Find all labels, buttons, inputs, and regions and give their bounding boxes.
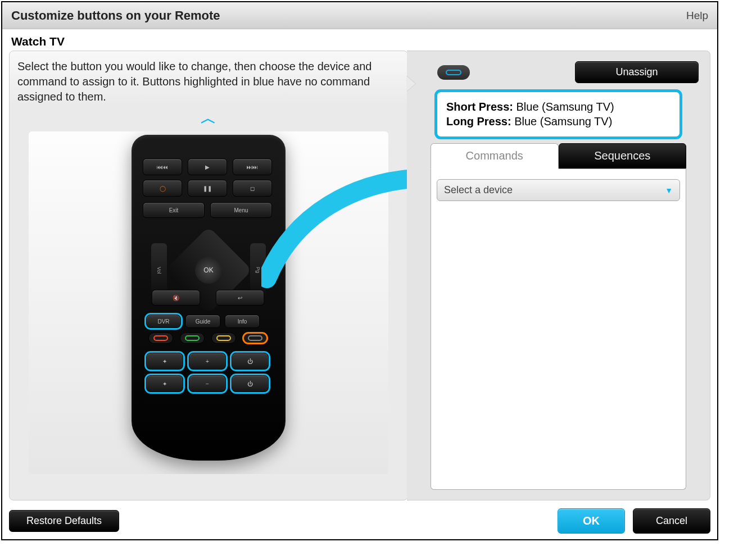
menu-button[interactable]: Menu — [210, 202, 272, 218]
mute-button[interactable]: 🔇 — [152, 290, 200, 306]
red-button[interactable] — [148, 333, 173, 344]
remote-body: ⏮⏮ ▶ ⏭⏭ ◯ ❚❚ ◻ Exit Menu Vol OK Pg — [132, 135, 286, 461]
remote-canvas: ⏮⏮ ▶ ⏭⏭ ◯ ❚❚ ◻ Exit Menu Vol OK Pg — [29, 131, 388, 474]
pause-button[interactable]: ❚❚ — [188, 180, 227, 197]
short-press-label: Short Press: — [446, 101, 513, 113]
exit-button[interactable]: Exit — [143, 202, 205, 218]
scroll-up-icon[interactable]: ︿ — [17, 108, 400, 129]
light-2-button[interactable]: ✦ — [146, 375, 183, 392]
ok-button-footer[interactable]: OK — [558, 508, 625, 534]
selected-button-preview — [437, 65, 470, 80]
footer: Restore Defaults OK Cancel — [2, 500, 717, 539]
vol-rocker[interactable]: Vol — [151, 243, 167, 297]
minus-button[interactable]: − — [189, 375, 226, 392]
yellow-button[interactable] — [211, 333, 236, 344]
restore-defaults-button[interactable]: Restore Defaults — [9, 510, 119, 532]
long-press-value: Blue (Samsung TV) — [514, 115, 612, 128]
device-select[interactable]: Select a device ▼ — [437, 179, 680, 201]
cancel-button[interactable]: Cancel — [633, 508, 710, 534]
tab-commands[interactable]: Commands — [431, 143, 559, 169]
stop-button[interactable]: ◻ — [233, 180, 272, 197]
content-row: Select the button you would like to chan… — [2, 51, 717, 500]
record-button[interactable]: ◯ — [143, 180, 182, 197]
tab-sequences[interactable]: Sequences — [559, 143, 687, 169]
dvr-button[interactable]: DVR — [146, 315, 181, 328]
pg-rocker[interactable]: Pg — [250, 243, 266, 297]
assignment-pane: Unassign Short Press: Blue (Samsung TV) … — [407, 51, 710, 500]
titlebar: Customize buttons on your Remote Help — [2, 2, 717, 29]
skip-next-button[interactable]: ⏭⏭ — [233, 158, 272, 175]
guide-button[interactable]: Guide — [185, 315, 220, 328]
chevron-down-icon: ▼ — [665, 186, 673, 195]
info-button[interactable]: Info — [225, 315, 260, 328]
blue-button[interactable] — [243, 333, 268, 344]
unassign-button[interactable]: Unassign — [575, 61, 699, 83]
short-press-value: Blue (Samsung TV) — [517, 101, 614, 113]
long-press-label: Long Press: — [446, 115, 511, 128]
device-select-placeholder: Select a device — [444, 184, 513, 196]
remote-pane: Select the button you would like to chan… — [9, 51, 408, 500]
ok-button[interactable]: OK — [195, 257, 222, 284]
light-1-button[interactable]: ✦ — [146, 353, 183, 370]
green-button[interactable] — [180, 333, 205, 344]
press-assignments: Short Press: Blue (Samsung TV) Long Pres… — [437, 92, 679, 136]
dialog-window: Customize buttons on your Remote Help Wa… — [1, 1, 718, 540]
plus-button[interactable]: + — [189, 353, 226, 370]
tabs: Commands Sequences — [431, 143, 686, 169]
instructions-text: Select the button you would like to chan… — [17, 59, 400, 104]
notch-icon — [406, 76, 415, 92]
dialog-title: Customize buttons on your Remote — [11, 8, 220, 23]
play-button[interactable]: ▶ — [188, 158, 227, 175]
tab-body: Select a device ▼ — [431, 169, 686, 490]
help-link[interactable]: Help — [686, 10, 708, 22]
skip-prev-button[interactable]: ⏮⏮ — [143, 158, 182, 175]
activity-name: Watch TV — [2, 29, 717, 51]
socket-1-button[interactable]: ⏻ — [232, 353, 269, 370]
socket-2-button[interactable]: ⏻ — [232, 375, 269, 392]
back-button[interactable]: ↩ — [216, 290, 264, 306]
